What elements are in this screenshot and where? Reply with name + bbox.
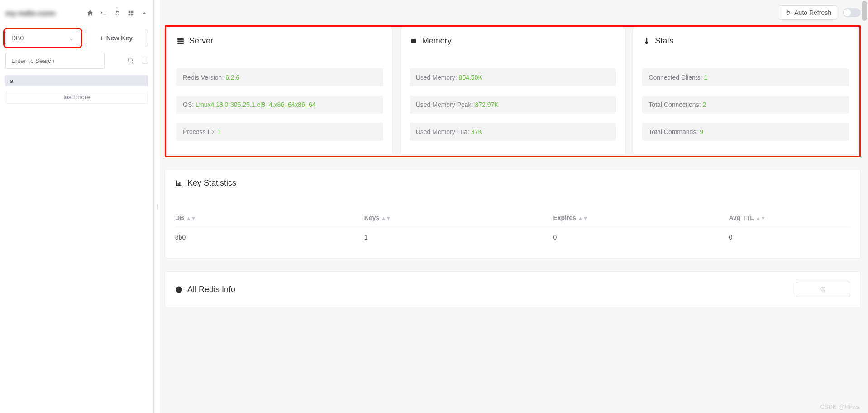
grid-icon[interactable] [127,10,134,18]
key-statistics-table: DB▲▼ Keys▲▼ Expires▲▼ Avg TTL▲▼ db0 1 0 … [175,210,850,248]
db-select[interactable]: DB0 ⌄ [5,30,80,46]
terminal-icon[interactable] [100,10,107,18]
home-icon[interactable] [86,10,94,18]
info-search-input[interactable] [796,282,850,297]
scrollbar[interactable] [862,1,867,21]
stats-card: Stats Connected Clients: 1 Total Connect… [633,28,858,155]
th-avg-ttl[interactable]: Avg TTL▲▼ [729,210,850,226]
info-pill: Used Memory Peak: 872.97K [410,96,616,114]
server-card-title: Server [189,36,213,46]
stats-card-title: Stats [655,36,673,46]
sort-icon: ▲▼ [381,217,391,220]
info-pill: Process ID: 1 [176,123,383,141]
th-keys[interactable]: Keys▲▼ [364,210,553,226]
search-input[interactable] [5,53,105,69]
info-pill: Redis Version: 6.2.6 [176,68,383,86]
info-pill: Total Commands: 9 [642,123,849,141]
sort-icon: ▲▼ [578,217,588,220]
auto-refresh-toggle[interactable] [843,8,861,17]
all-redis-info-title: All Redis Info [187,285,235,294]
th-expires[interactable]: Expires▲▼ [553,210,729,226]
key-statistics-panel: Key Statistics DB▲▼ Keys▲▼ Expires▲▼ Avg… [165,170,861,259]
main-content: Auto Refresh Server Redis Version: 6.2.6… [160,0,868,413]
memory-icon [410,37,418,45]
thermometer-icon [642,37,650,45]
search-icon[interactable] [127,57,134,64]
sidebar-toolbar [86,10,148,18]
search-row [5,53,148,69]
info-pill: OS: Linux4.18.0-305.25.1.el8_4.x86_64x86… [176,96,383,114]
info-pill: Connected Clients: 1 [642,68,849,86]
server-card: Server Redis Version: 6.2.6 OS: Linux4.1… [167,28,393,155]
key-statistics-title: Key Statistics [187,178,236,188]
info-pill: Used Memory: 854.50K [410,68,616,86]
refresh-icon [785,10,792,16]
info-pill: Used Memory Lua: 37K [410,123,616,141]
exact-match-checkbox[interactable] [142,58,148,64]
watermark: CSDN @HFwa [820,403,860,410]
chart-icon [175,179,183,187]
search-icon [820,286,827,293]
topbar: Auto Refresh [165,0,861,25]
auto-refresh-button[interactable]: Auto Refresh [779,5,837,20]
info-pill: Total Connections: 2 [642,96,849,114]
server-icon [176,37,185,45]
memory-card: Memory Used Memory: 854.50K Used Memory … [400,28,626,155]
info-cards-row: Server Redis Version: 6.2.6 OS: Linux4.1… [165,25,861,157]
th-db[interactable]: DB▲▼ [175,210,364,226]
refresh-icon[interactable] [114,10,121,18]
load-more-button[interactable]: load more [5,90,148,104]
new-key-label: New Key [106,34,133,42]
sidebar-header: my-redis-conn [5,5,148,23]
db-select-value: DB0 [11,34,24,42]
sort-icon: ▲▼ [186,217,196,220]
info-icon [175,286,183,293]
key-list-item[interactable]: a [5,75,148,86]
chevron-down-icon: ⌄ [69,34,74,42]
memory-card-title: Memory [422,36,452,46]
chevron-up-icon[interactable] [141,10,148,18]
sort-icon: ▲▼ [756,217,766,220]
table-row: db0 1 0 0 [175,226,850,249]
split-handle[interactable]: || [154,0,160,413]
plus-icon: + [100,34,103,42]
all-redis-info-panel: All Redis Info [165,271,861,307]
new-key-button[interactable]: + New Key [85,30,148,46]
auto-refresh-label: Auto Refresh [794,9,831,16]
sidebar: my-redis-conn DB0 ⌄ + New Key a load mor… [0,0,154,413]
connection-name: my-redis-conn [5,10,55,18]
db-newkey-row: DB0 ⌄ + New Key [5,30,148,46]
